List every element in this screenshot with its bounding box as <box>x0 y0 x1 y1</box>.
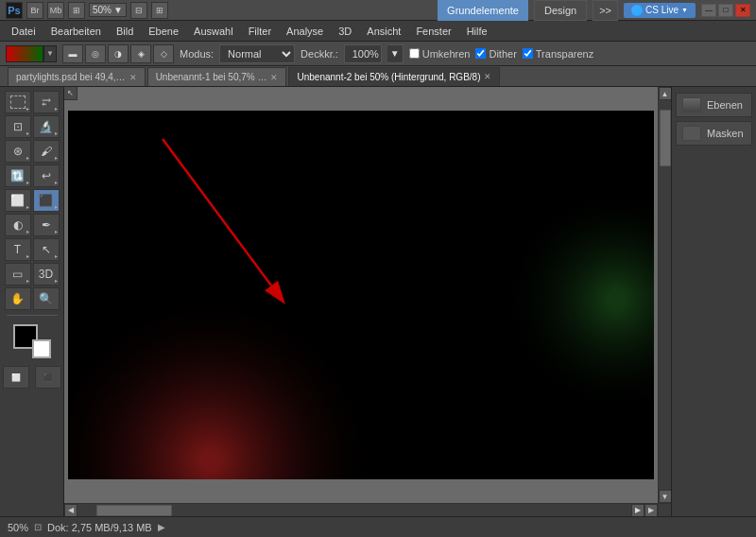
tool-row-8: ▭▸ 3D▸ <box>5 263 60 286</box>
background-swatch[interactable] <box>32 339 51 358</box>
transparenz-checkbox[interactable] <box>523 48 533 59</box>
quickmask-mode[interactable]: ⬛ <box>35 366 61 389</box>
tool-3d[interactable]: 3D▸ <box>33 263 60 286</box>
tab-partylights-label: partylights.psd bei 49,4,… <box>16 72 126 82</box>
deckkr-input[interactable] <box>344 44 382 63</box>
menu-bild[interactable]: Bild <box>109 21 141 42</box>
tool-marquee-rect[interactable]: ▸ <box>5 91 31 113</box>
color-swatch-group: ▼ <box>6 45 57 62</box>
tool-type[interactable]: T▸ <box>5 238 31 261</box>
menu-fenster[interactable]: Fenster <box>408 21 458 42</box>
bridge-icon[interactable]: Br <box>26 2 43 19</box>
grundelemente-button[interactable]: Grundelemente <box>438 0 528 21</box>
scroll-h-thumb[interactable] <box>96 505 172 516</box>
titlebar-right: Grundelemente Design >> CS Live ▼ — □ ✕ <box>438 0 750 21</box>
arrange-icon[interactable]: ⊞ <box>151 2 168 19</box>
tool-row-5: ⬜▸ ⬛▸ <box>5 189 60 212</box>
tool-row-6: ◐▸ ✒▸ <box>5 214 60 236</box>
gradient-radial[interactable]: ◎ <box>85 44 106 63</box>
status-doc-info: Dok: 2,75 MB/9,13 MB <box>47 522 152 533</box>
dither-checkbox-group: Dither <box>475 48 516 60</box>
scroll-play-btn[interactable]: ▶ <box>631 504 644 517</box>
vertical-scrollbar: ▲ ▼ <box>658 87 671 503</box>
tool-gradient[interactable]: ⬛▸ <box>33 189 60 212</box>
menu-hilfe[interactable]: Hilfe <box>459 21 495 42</box>
dither-checkbox[interactable] <box>475 48 486 59</box>
tool-brush[interactable]: 🖌▸ <box>33 140 60 163</box>
gradient-reflected[interactable]: ◈ <box>130 44 151 63</box>
maximize-button[interactable]: □ <box>718 4 733 17</box>
tool-rect-shape[interactable]: ▭▸ <box>5 263 31 286</box>
modus-select[interactable]: Normal <box>219 44 295 63</box>
swatch-dropdown[interactable]: ▼ <box>43 45 57 62</box>
minimize-button[interactable]: — <box>701 4 716 17</box>
zoom-dropdown[interactable]: 50% ▼ <box>89 3 127 17</box>
tool-lasso[interactable]: ⥂▸ <box>33 91 60 113</box>
deckkr-arrow[interactable]: ▼ <box>387 44 404 63</box>
scroll-v-thumb[interactable] <box>660 110 671 166</box>
tab-partylights-close[interactable]: ✕ <box>129 73 137 82</box>
view-icon[interactable]: ⊟ <box>130 2 147 19</box>
tab-unbenannt1-close[interactable]: ✕ <box>270 73 278 82</box>
close-button[interactable]: ✕ <box>735 4 750 17</box>
canvas <box>68 111 654 479</box>
scroll-v-track[interactable] <box>659 100 672 490</box>
tab-unbenannt1[interactable]: Unbenannt-1 bei 50,7% … ✕ <box>147 67 287 86</box>
cs-live-icon <box>631 5 643 16</box>
menu-3d[interactable]: 3D <box>331 21 359 42</box>
menu-bearbeiten[interactable]: Bearbeiten <box>43 21 109 42</box>
standard-mode[interactable]: ⬜ <box>3 366 29 389</box>
gradient-linear[interactable]: ▬ <box>62 44 83 63</box>
tool-spot-heal[interactable]: ⊛▸ <box>5 140 31 163</box>
status-doc-icon[interactable]: ⊡ <box>34 522 42 532</box>
tool-pen[interactable]: ✒▸ <box>33 214 60 236</box>
workspace-more-button[interactable]: >> <box>593 0 618 21</box>
cs-live-button[interactable]: CS Live ▼ <box>624 3 696 18</box>
tool-path-selection[interactable]: ↖▸ <box>33 238 60 261</box>
tool-clone[interactable]: 🔃▸ <box>5 165 31 187</box>
umkehren-label: Umkehren <box>422 48 471 60</box>
scroll-up-arrow[interactable]: ▲ <box>659 87 672 100</box>
panel-ebenen[interactable]: Ebenen <box>676 93 752 117</box>
ebenen-icon <box>682 97 701 113</box>
tab-unbenannt2-label: Unbenannt-2 bei 50% (Hintergrund, RGB/8) <box>297 72 480 82</box>
tab-partylights[interactable]: partylights.psd bei 49,4,… ✕ <box>8 67 146 86</box>
tool-eyedropper[interactable]: 🔬▸ <box>33 115 60 138</box>
optionsbar: ▼ ▬ ◎ ◑ ◈ ◇ Modus: Normal Deckkr.: ▼ Umk… <box>0 42 756 66</box>
tool-row-4: 🔃▸ ↩▸ <box>5 165 60 187</box>
gradient-diamond[interactable]: ◇ <box>153 44 174 63</box>
menu-datei[interactable]: Datei <box>4 21 43 42</box>
gradient-angle[interactable]: ◑ <box>108 44 129 63</box>
masken-label: Masken <box>707 128 744 139</box>
menu-ansicht[interactable]: Ansicht <box>359 21 408 42</box>
tool-row-7: T▸ ↖▸ <box>5 238 60 261</box>
menu-auswahl[interactable]: Auswahl <box>186 21 241 42</box>
scroll-left-arrow[interactable]: ◀ <box>64 504 77 517</box>
menu-analyse[interactable]: Analyse <box>279 21 331 42</box>
tab-unbenannt2[interactable]: Unbenannt-2 bei 50% (Hintergrund, RGB/8)… <box>288 67 500 86</box>
tool-crop[interactable]: ⊡▸ <box>5 115 31 138</box>
panel-masken[interactable]: Masken <box>676 121 752 146</box>
scroll-h-track[interactable]: ▶ <box>77 504 644 517</box>
cs-live-label: CS Live <box>645 5 679 15</box>
menu-ebene[interactable]: Ebene <box>141 21 186 42</box>
design-button[interactable]: Design <box>534 0 587 21</box>
status-arrow-right[interactable]: ▶ <box>158 522 165 532</box>
tab-unbenannt2-close[interactable]: ✕ <box>484 72 491 81</box>
tool-zoom[interactable]: 🔍 <box>33 287 60 310</box>
canvas-wrapper <box>68 91 654 499</box>
tool-history-brush[interactable]: ↩▸ <box>33 165 60 187</box>
mini-bridge-icon[interactable]: Mb <box>47 2 64 19</box>
scroll-down-arrow[interactable]: ▼ <box>659 490 672 503</box>
menu-filter[interactable]: Filter <box>241 21 279 42</box>
gradient-swatch[interactable] <box>6 45 43 62</box>
cs-live-arrow: ▼ <box>681 7 688 13</box>
tool-hand[interactable]: ✋ <box>5 287 31 310</box>
status-zoom: 50% <box>8 522 28 533</box>
scroll-right-arrow[interactable]: ▶ <box>644 504 658 517</box>
umkehren-checkbox[interactable] <box>409 48 420 59</box>
statusbar: 50% ⊡ Dok: 2,75 MB/9,13 MB ▶ <box>0 516 756 537</box>
tool-eraser[interactable]: ⬜▸ <box>5 189 31 212</box>
layout-icon[interactable]: ⊞ <box>68 2 85 19</box>
tool-dodge[interactable]: ◐▸ <box>5 214 31 236</box>
